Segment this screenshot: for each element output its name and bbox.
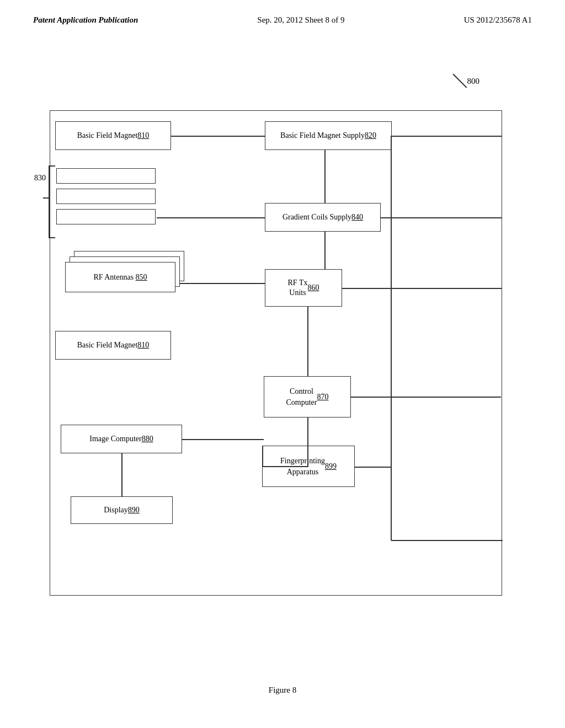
page-header: Patent Application Publication Sep. 20, … bbox=[0, 0, 565, 25]
line-fp-join bbox=[262, 446, 263, 466]
display-box: Display 890 bbox=[71, 496, 173, 524]
header-patent-number: US 2012/235678 A1 bbox=[464, 15, 532, 25]
line-right-vertical bbox=[391, 136, 392, 450]
brace-line-vertical bbox=[49, 165, 50, 237]
label-800: 800 bbox=[467, 76, 480, 86]
line-gcs-right bbox=[381, 217, 502, 218]
label-830: 830 bbox=[34, 174, 46, 183]
line-fp-right bbox=[355, 467, 392, 468]
basic-field-magnet-bottom-box: Basic Field Magnet 810 bbox=[55, 331, 171, 360]
line-cc-to-fp-h bbox=[262, 466, 308, 467]
rf-tx-units-box: RF TxUnits 860 bbox=[265, 269, 342, 307]
control-computer-box: ControlComputer870 bbox=[264, 376, 351, 417]
gradient-coil-box-1 bbox=[56, 168, 156, 184]
rf-antennas-front: RF Antennas 850 bbox=[65, 262, 175, 292]
arrow-800 bbox=[453, 73, 467, 88]
gradient-coils-supply-box: Gradient Coils Supply 840 bbox=[265, 203, 381, 232]
line-rfa-to-rftx bbox=[177, 283, 265, 284]
line-cc-to-fp-v bbox=[307, 417, 308, 446]
diagram-area: 800 830 RF Antennas 850 Basic Field Magn… bbox=[33, 66, 532, 645]
brace-line-bottom bbox=[49, 237, 55, 238]
basic-field-magnet-top-box: Basic Field Magnet 810 bbox=[55, 121, 171, 150]
line-supply-right bbox=[392, 136, 502, 137]
line-cc-to-ic bbox=[182, 439, 264, 440]
line-right-bottom-v bbox=[391, 450, 392, 540]
line-rftx-down-to-cc bbox=[307, 307, 308, 376]
image-computer-box: Image Computer 880 bbox=[61, 425, 182, 453]
gradient-coil-box-3 bbox=[56, 209, 156, 224]
brace-line-mid bbox=[43, 197, 50, 199]
line-rftx-right bbox=[342, 288, 502, 289]
line-coil-to-gcs bbox=[157, 217, 265, 218]
line-outer-bottom-right bbox=[391, 540, 503, 541]
gradient-coil-box-2 bbox=[56, 189, 156, 204]
basic-field-magnet-supply-box: Basic Field Magnet Supply 820 bbox=[265, 121, 392, 150]
line-cc-right bbox=[351, 397, 501, 398]
brace-line-top bbox=[49, 165, 55, 167]
line-supply-down-to-gcs bbox=[324, 150, 326, 203]
line-ic-to-display bbox=[121, 453, 122, 496]
figure-caption: Figure 8 bbox=[269, 686, 296, 695]
line-bfm-top-to-supply bbox=[171, 136, 265, 137]
line-gcs-down-to-rftx bbox=[324, 232, 326, 269]
header-publication-label: Patent Application Publication bbox=[33, 15, 138, 25]
header-date-sheet: Sep. 20, 2012 Sheet 8 of 9 bbox=[257, 15, 344, 25]
